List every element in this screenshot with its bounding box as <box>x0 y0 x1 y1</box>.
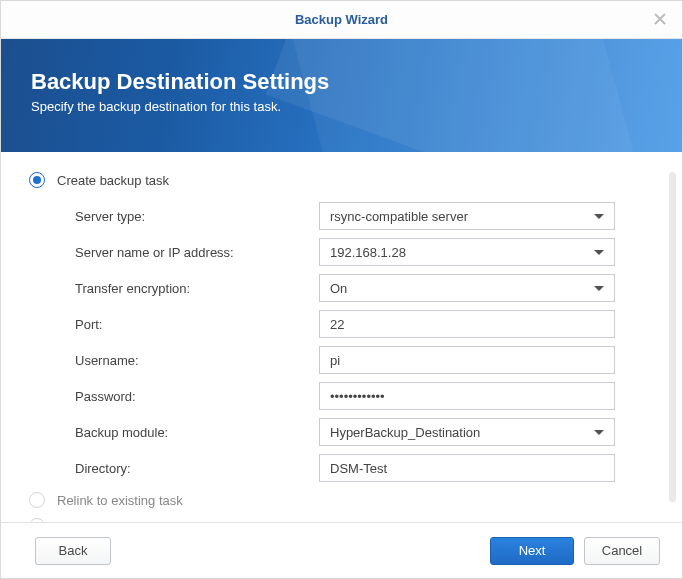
radio-export-local[interactable]: Export to a local shared folder (includi… <box>29 518 662 522</box>
label-encryption: Transfer encryption: <box>75 281 319 296</box>
field-password: Password: <box>75 382 662 410</box>
label-module: Backup module: <box>75 425 319 440</box>
titlebar: Backup Wizard <box>1 1 682 39</box>
radio-label: Create backup task <box>57 173 169 188</box>
chevron-down-icon <box>594 286 604 291</box>
radio-create-backup[interactable]: Create backup task <box>29 172 662 188</box>
input-username[interactable] <box>319 346 615 374</box>
radio-relink-task[interactable]: Relink to existing task <box>29 492 662 508</box>
banner: Backup Destination Settings Specify the … <box>1 39 682 152</box>
chevron-down-icon <box>594 430 604 435</box>
cancel-button[interactable]: Cancel <box>584 537 660 565</box>
radio-icon <box>29 172 45 188</box>
radio-label: Relink to existing task <box>57 493 183 508</box>
select-server-name[interactable]: 192.168.1.28 <box>319 238 615 266</box>
field-module: Backup module: HyperBackup_Destination <box>75 418 662 446</box>
field-port: Port: <box>75 310 662 338</box>
window-title: Backup Wizard <box>295 12 388 27</box>
field-directory: Directory: <box>75 454 662 482</box>
field-encryption: Transfer encryption: On <box>75 274 662 302</box>
select-value: HyperBackup_Destination <box>330 425 594 440</box>
footer: Back Next Cancel <box>1 522 682 578</box>
select-encryption[interactable]: On <box>319 274 615 302</box>
input-password[interactable] <box>319 382 615 410</box>
scrollbar[interactable] <box>669 172 676 502</box>
label-password: Password: <box>75 389 319 404</box>
create-backup-form: Server type: rsync-compatible server Ser… <box>29 202 662 482</box>
page-subtitle: Specify the backup destination for this … <box>31 99 652 114</box>
select-server-type[interactable]: rsync-compatible server <box>319 202 615 230</box>
radio-icon <box>29 492 45 508</box>
radio-label: Export to a local shared folder (includi… <box>57 519 449 523</box>
select-value: rsync-compatible server <box>330 209 594 224</box>
field-username: Username: <box>75 346 662 374</box>
label-username: Username: <box>75 353 319 368</box>
page-title: Backup Destination Settings <box>31 69 652 95</box>
radio-icon <box>29 518 45 522</box>
input-port[interactable] <box>319 310 615 338</box>
label-port: Port: <box>75 317 319 332</box>
label-directory: Directory: <box>75 461 319 476</box>
select-module[interactable]: HyperBackup_Destination <box>319 418 615 446</box>
field-server-type: Server type: rsync-compatible server <box>75 202 662 230</box>
field-server-name: Server name or IP address: 192.168.1.28 <box>75 238 662 266</box>
chevron-down-icon <box>594 214 604 219</box>
label-server-type: Server type: <box>75 209 319 224</box>
select-value: 192.168.1.28 <box>330 245 594 260</box>
select-value: On <box>330 281 594 296</box>
label-server-name: Server name or IP address: <box>75 245 319 260</box>
content-area: Create backup task Server type: rsync-co… <box>1 152 682 522</box>
next-button[interactable]: Next <box>490 537 574 565</box>
close-icon[interactable] <box>650 9 670 29</box>
backup-wizard-window: Backup Wizard Backup Destination Setting… <box>0 0 683 579</box>
back-button[interactable]: Back <box>35 537 111 565</box>
input-directory[interactable] <box>319 454 615 482</box>
chevron-down-icon <box>594 250 604 255</box>
